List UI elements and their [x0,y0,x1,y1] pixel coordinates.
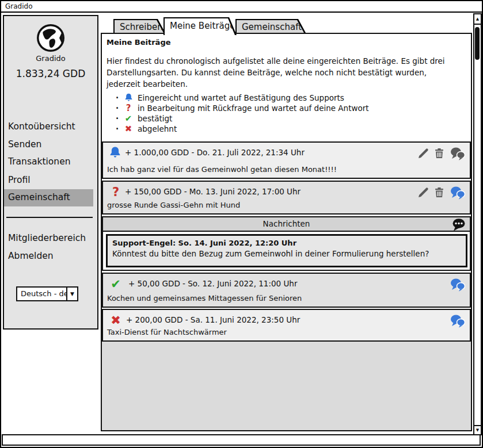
contribution-entry: ? + 150,00 GDD - Mo. 13. Juni 2022, 17:0… [102,181,471,215]
legend-label: abgelehnt [138,124,177,133]
delete-icon[interactable] [433,186,447,200]
page-title: Meine Beiträge [107,38,171,47]
sidebar-divider [6,217,93,218]
chat-icon[interactable] [450,278,464,292]
sidebar-item-kontouebersicht[interactable]: Kontoübersicht [4,118,93,135]
contribution-entry: ✖ + 200,00 GDD - Sa. 11. Juni 2022, 23:5… [102,309,471,342]
message-author-date: Support-Engel: So. 14. Juni 2022, 12:20 … [112,239,296,247]
messages-panel: Nachrichten Support-Engel: So. 14. Juni … [102,216,471,271]
chat-icon[interactable] [450,147,464,160]
brand-label: Gradido [4,54,97,63]
bell-icon [121,93,135,102]
sidebar: Gradido 1.833,24 GDD Kontoübersicht Send… [3,15,98,330]
scroll-up-icon[interactable]: ▲ [474,14,481,25]
balance-label: 1.833,24 GDD [4,68,97,79]
legend-item: · ✔ bestätigt [116,113,172,124]
main-panel: Meine Beiträge Hier findest du chronolog… [101,33,472,431]
delete-icon[interactable] [433,147,447,160]
contribution-entry: + 1.000,00 GDD - Do. 21. Juli 2022, 21:3… [102,141,471,179]
tab-label: Meine Beiträge [170,21,235,31]
chevron-down-icon[interactable]: ▼ [66,288,77,300]
check-icon: ✔ [108,277,123,292]
language-select-value: Deutsch - de [21,288,69,300]
legend-label: bestätigt [138,114,172,123]
entry-description: Kochen und gemeinsames Mittagessen für S… [107,294,302,303]
panel-empty-area [102,342,471,430]
message-box: Support-Engel: So. 14. Juni 2022, 12:20 … [106,234,467,267]
entry-title: + 1.000,00 GDD - Do. 21. Juli 2022, 21:3… [125,148,305,157]
legend-label: in Bearbeitung mit Rückfrage und wartet … [138,104,369,113]
check-icon: ✔ [121,113,135,124]
entry-description: Ich hab ganz viel für das Gemeinwohl get… [107,165,337,174]
tab-schreiben[interactable]: Schreiben [113,19,165,33]
bullet-dot: · [116,124,121,133]
globe-icon [36,23,66,53]
edit-icon[interactable] [417,147,431,160]
bell-icon [108,145,123,160]
message-text: Könntest du bitte den Bezug zum Gemeinwo… [112,249,429,258]
entry-title: + 150,00 GDD - Mo. 13. Juni 2022, 17:00 … [125,187,301,196]
entry-description: Taxi-Dienst für Nachtschwärmer [107,328,227,336]
intro-text: Hier findest du chronologisch aufgeliste… [107,56,452,90]
messages-header-bar: Nachrichten [103,217,470,232]
scroll-down-icon[interactable]: ▼ [474,425,481,434]
tab-label: Gemeinschaft [242,22,302,32]
question-icon: ? [108,185,123,200]
tab-label: Schreiben [120,22,163,32]
question-icon: ? [121,103,135,113]
tab-meine-beitraege[interactable]: Meine Beiträge [163,17,237,35]
sidebar-item-transaktionen[interactable]: Transaktionen [4,154,93,170]
edit-icon[interactable] [417,186,431,200]
language-select[interactable]: Deutsch - de ▼ [16,286,78,301]
legend-item: · Eingereicht und wartet auf Bestätigung… [116,92,344,103]
bullet-dot: · [116,93,121,102]
cross-icon: ✖ [108,313,123,328]
cross-icon: ✖ [121,124,135,134]
bullet-dot: · [116,104,121,113]
entry-title: + 200,00 GDD - Sa. 11. Juni 2022, 23:50 … [126,315,300,324]
scrollbar-thumb[interactable] [475,27,480,60]
entry-title: + 50,00 GDD - So. 12. Juni 2022, 11:00 U… [128,279,297,288]
messages-title: Nachrichten [263,219,310,228]
tab-gemeinschaft[interactable]: Gemeinschaft [235,19,306,33]
chat-icon[interactable] [450,186,464,200]
legend-item: · ? in Bearbeitung mit Rückfrage und war… [116,102,369,113]
sidebar-item-abmelden[interactable]: Abmelden [4,248,93,264]
app-window: Gradido Gradido 1.833,24 GDD Kontoübersi… [0,0,483,448]
legend-label: Eingereicht und wartet auf Bestätigung d… [138,93,344,102]
legend-item: · ✖ abgelehnt [116,123,177,134]
sidebar-item-gemeinschaft[interactable]: Gemeinschaft [4,189,93,206]
bullet-dot: · [116,114,121,123]
horizontal-scrollbar[interactable] [2,434,481,446]
entry-description: grosse Runde Gassi-Gehn mit Hund [107,201,240,209]
sidebar-item-mitgliederbereich[interactable]: Mitgliederbereich [4,230,93,246]
sidebar-item-senden[interactable]: Senden [4,136,93,152]
window-title: Gradido [5,2,33,10]
messages-bubble-icon[interactable] [452,218,466,231]
sidebar-item-profil[interactable]: Profil [4,172,93,188]
window-title-bar: Gradido [1,1,482,13]
contribution-entry: ✔ + 50,00 GDD - So. 12. Juni 2022, 11:00… [102,273,471,308]
vertical-scrollbar[interactable]: ▲ ▼ [473,13,482,435]
chat-icon[interactable] [450,314,464,328]
